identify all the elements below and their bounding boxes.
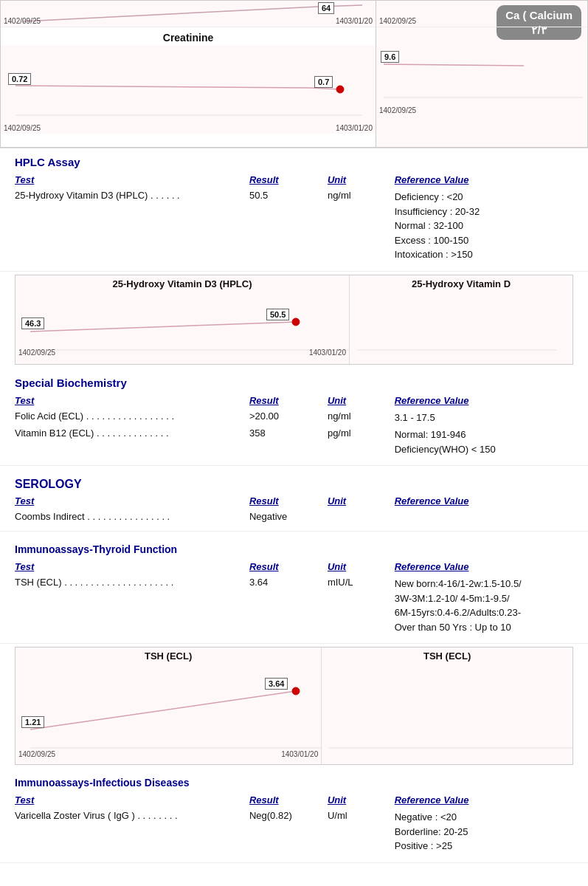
biochem-section: Special Biochemistry Test Result Unit Re… bbox=[0, 369, 588, 467]
cell-unit: pg/ml bbox=[328, 426, 395, 458]
table-row: TSH (ECL) . . . . . . . . . . . . . . . … bbox=[15, 575, 573, 636]
infectious-col-unit: Unit bbox=[328, 793, 395, 808]
tsh-chart-right: TSH (ECL) bbox=[322, 648, 573, 765]
cell-test: 25-Hydroxy Vitamin D3 (HPLC) . . . . . . bbox=[15, 188, 249, 264]
biochem-col-test: Test bbox=[15, 394, 249, 409]
biochem-col-result: Result bbox=[249, 394, 328, 409]
biochem-table: Test Result Unit Reference Value Folic A… bbox=[15, 394, 573, 459]
calcium-chart-panel: Ca ( Calcium ۲/۳ 1402/09/25 9.6 1402/09/… bbox=[376, 0, 588, 148]
vitd-chart-container: 25-Hydroxy Vitamin D3 (HPLC) 46.3 50.5 1… bbox=[0, 275, 588, 365]
serology-col-test: Test bbox=[15, 494, 249, 509]
creatinine-val-right: 0.7 bbox=[314, 76, 333, 88]
vitd-date-right: 1403/01/20 bbox=[309, 348, 346, 357]
hplc-col-ref: Reference Value bbox=[395, 173, 573, 188]
cell-result: Negative bbox=[249, 509, 328, 523]
creatinine-date-left: 1402/09/25 bbox=[4, 124, 41, 132]
tsh-chart-container-outer: TSH (ECL) 1.21 3.64 1402/09/25 1403/01/2… bbox=[0, 647, 588, 765]
tsh-right-title: TSH (ECL) bbox=[322, 648, 573, 663]
infectious-col-ref: Reference Value bbox=[395, 793, 573, 808]
infectious-table: Test Result Unit Reference Value Varicel… bbox=[15, 793, 573, 855]
thyroid-col-test: Test bbox=[15, 560, 249, 575]
page: 64 1402/09/25 1403/01/20 Creatinine 0.72 bbox=[0, 0, 588, 863]
tsh-chart-container: TSH (ECL) 1.21 3.64 1402/09/25 1403/01/2… bbox=[15, 647, 573, 765]
biochem-col-ref: Reference Value bbox=[395, 394, 573, 409]
svg-point-3 bbox=[336, 86, 344, 93]
thyroid-col-ref: Reference Value bbox=[395, 560, 573, 575]
cell-unit: ng/ml bbox=[328, 188, 395, 264]
thyroid-table: Test Result Unit Reference Value TSH (EC… bbox=[15, 560, 573, 636]
vitd-right-title: 25-Hydroxy Vitamin D bbox=[350, 275, 573, 291]
hplc-section: HPLC Assay Test Result Unit Reference Va… bbox=[0, 148, 588, 272]
top-charts-row: 64 1402/09/25 1403/01/20 Creatinine 0.72 bbox=[0, 0, 588, 148]
vitd-chart-row: 25-Hydroxy Vitamin D3 (HPLC) 46.3 50.5 1… bbox=[15, 275, 573, 365]
table-row: Coombs Indirect . . . . . . . . . . . . … bbox=[15, 509, 573, 523]
cell-ref: Deficiency : <20Insufficiency : 20-32Nor… bbox=[395, 188, 573, 264]
serology-col-result: Result bbox=[249, 494, 328, 509]
thyroid-section: Immunoassays-Thyroid Function Test Resul… bbox=[0, 536, 588, 644]
hplc-col-result: Result bbox=[249, 173, 328, 188]
infectious-title: Immunoassays-Infectious Diseases bbox=[15, 777, 573, 789]
cell-unit bbox=[328, 509, 395, 523]
calcium-date-left: 1402/09/25 bbox=[379, 17, 416, 25]
cell-result: 358 bbox=[249, 426, 328, 458]
hplc-title: HPLC Assay bbox=[15, 156, 573, 168]
serology-col-unit: Unit bbox=[328, 494, 395, 509]
tsh-left-title: TSH (ECL) bbox=[15, 648, 321, 663]
cell-test: TSH (ECL) . . . . . . . . . . . . . . . … bbox=[15, 575, 249, 636]
cell-unit: U/ml bbox=[328, 808, 395, 855]
cell-result: 50.5 bbox=[249, 188, 328, 264]
table-row: Folic Acid (ECL) . . . . . . . . . . . .… bbox=[15, 409, 573, 427]
cell-test: Varicella Zoster Virus ( IgG ) . . . . .… bbox=[15, 808, 249, 855]
creatinine-title: Creatinine bbox=[1, 27, 376, 45]
calcium-date-left2: 1402/09/25 bbox=[379, 106, 416, 114]
creatinine-top-date-right: 1403/01/20 bbox=[336, 17, 373, 25]
calcium-val-left: 9.6 bbox=[381, 51, 399, 63]
tsh-date-right: 1403/01/20 bbox=[281, 750, 318, 758]
creatinine-top-date-left: 1402/09/25 bbox=[4, 17, 41, 25]
cell-test: Vitamin B12 (ECL) . . . . . . . . . . . … bbox=[15, 426, 249, 458]
vitd-val-left: 46.3 bbox=[21, 317, 44, 329]
infectious-section: Immunoassays-Infectious Diseases Test Re… bbox=[0, 769, 588, 863]
vitd-val-right: 50.5 bbox=[266, 309, 289, 320]
table-row: Vitamin B12 (ECL) . . . . . . . . . . . … bbox=[15, 426, 573, 458]
cell-result: Neg(0.82) bbox=[249, 808, 328, 855]
cell-ref: Normal: 191-946Deficiency(WHO) < 150 bbox=[395, 426, 573, 458]
cell-test: Coombs Indirect . . . . . . . . . . . . … bbox=[15, 509, 249, 523]
creatinine-date-right: 1403/01/20 bbox=[336, 124, 373, 132]
tsh-val-left: 1.21 bbox=[21, 716, 44, 728]
cell-result: 3.64 bbox=[249, 575, 328, 636]
tsh-chart-left: TSH (ECL) 1.21 3.64 1402/09/25 1403/01/2… bbox=[15, 648, 322, 765]
cell-test: Folic Acid (ECL) . . . . . . . . . . . .… bbox=[15, 409, 249, 427]
tsh-val-right: 3.64 bbox=[265, 678, 288, 690]
cell-result: >20.00 bbox=[249, 409, 328, 427]
serology-col-ref: Reference Value bbox=[395, 494, 573, 509]
svg-point-6 bbox=[292, 318, 300, 326]
serology-section: SEROLOGY Test Result Unit Reference Valu… bbox=[0, 470, 588, 532]
thyroid-title: Immunoassays-Thyroid Function bbox=[15, 543, 573, 555]
infectious-col-test: Test bbox=[15, 793, 249, 808]
cell-ref: New born:4-16/1-2w:1.5-10.5/3W-3M:1.2-10… bbox=[395, 575, 573, 636]
vitd-date-left: 1402/09/25 bbox=[18, 348, 55, 357]
vitd-left-title: 25-Hydroxy Vitamin D3 (HPLC) bbox=[15, 275, 349, 291]
creatinine-chart-panel: 64 1402/09/25 1403/01/20 Creatinine 0.72 bbox=[0, 0, 376, 148]
cell-ref: Negative : <20Borderline: 20-25Positive … bbox=[395, 808, 573, 855]
cell-unit: mIU/L bbox=[328, 575, 395, 636]
cell-ref: 3.1 - 17.5 bbox=[395, 409, 573, 427]
hplc-table: Test Result Unit Reference Value 25-Hydr… bbox=[15, 173, 573, 264]
table-row: Varicella Zoster Virus ( IgG ) . . . . .… bbox=[15, 808, 573, 855]
vitd-chart-right: 25-Hydroxy Vitamin D bbox=[350, 275, 573, 364]
serology-table: Test Result Unit Reference Value Coombs … bbox=[15, 494, 573, 523]
biochem-title: Special Biochemistry bbox=[15, 377, 573, 389]
svg-line-0 bbox=[23, 7, 318, 21]
thyroid-col-result: Result bbox=[249, 560, 328, 575]
cell-ref bbox=[395, 509, 573, 523]
hplc-col-unit: Unit bbox=[328, 173, 395, 188]
infectious-col-result: Result bbox=[249, 793, 328, 808]
table-row: 25-Hydroxy Vitamin D3 (HPLC) . . . . . .… bbox=[15, 188, 573, 264]
cell-unit: ng/ml bbox=[328, 409, 395, 427]
serology-title: SEROLOGY bbox=[15, 478, 573, 491]
thyroid-col-unit: Unit bbox=[328, 560, 395, 575]
creatinine-val-left: 0.72 bbox=[8, 73, 31, 85]
creatinine-top-value: 64 bbox=[318, 2, 334, 14]
biochem-col-unit: Unit bbox=[328, 394, 395, 409]
